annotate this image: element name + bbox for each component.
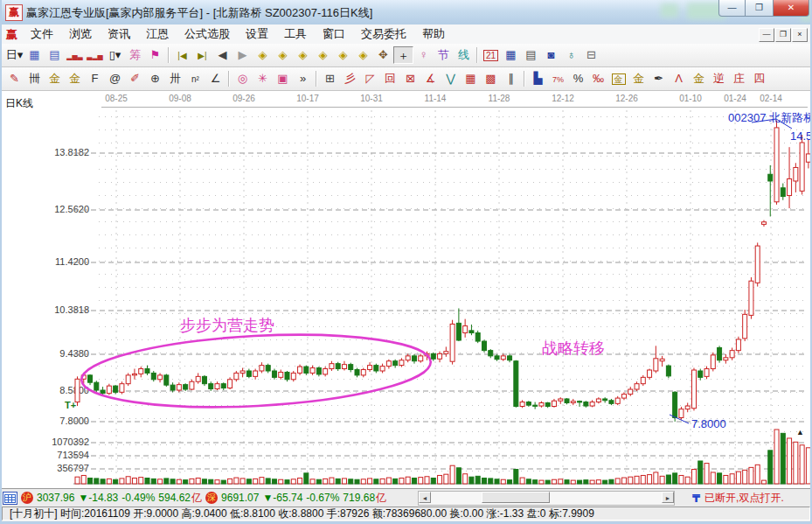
circle-cycle-icon[interactable]: ⊕ <box>145 70 165 87</box>
red-grid2-icon[interactable]: ▩ <box>481 70 501 87</box>
menu-item-7[interactable]: 窗口 <box>315 24 353 44</box>
crosshair-tool-icon[interactable]: ＋ <box>393 46 413 64</box>
horizontal-scrollbar[interactable]: ◄ ► <box>418 491 675 506</box>
angle-ruler-icon[interactable]: ∠ <box>205 70 226 87</box>
jump-last-icon[interactable]: ▶| <box>192 46 212 64</box>
step-back-icon[interactable]: ◀ <box>212 46 232 64</box>
gold-angle-icon[interactable]: 金 <box>689 70 709 87</box>
menu-item-4[interactable]: 公式选股 <box>177 24 238 44</box>
node-tool-icon[interactable]: 节 <box>434 46 454 64</box>
v-lines-icon[interactable]: ⋁ <box>441 70 461 87</box>
pin-tool-icon[interactable]: ♀ <box>413 46 434 64</box>
compress-all-diamond-icon[interactable]: ◈ <box>333 46 353 64</box>
wave-spiral-icon[interactable]: @ <box>105 70 125 87</box>
gold-ratio-v-icon: 金 <box>69 72 80 85</box>
zoom-left-diamond-icon[interactable]: ◈ <box>253 46 273 64</box>
brush-candle-icon[interactable]: ✒ <box>649 70 669 87</box>
date-tick-label: 01-24 <box>724 94 746 103</box>
color-flag-icon[interactable]: ⚑ <box>145 46 165 64</box>
menu-item-0[interactable]: 文件 <box>23 24 61 44</box>
target-star-icon[interactable]: ✳ <box>253 70 273 87</box>
calendar-21-icon[interactable]: 21 <box>481 46 501 64</box>
mdi-restore-button[interactable]: ❐ <box>775 28 791 42</box>
save-icon[interactable]: ◙ <box>541 46 561 64</box>
gold-underline-icon[interactable]: 金 <box>628 70 649 87</box>
percent-icon[interactable]: % <box>568 70 588 87</box>
step-forward-icon: ▶ <box>239 48 247 61</box>
time-grid-icon[interactable]: 卅 <box>165 70 185 87</box>
title-bar[interactable]: 赢 赢家江恩专业版[赢家内部服务平台] - [北新路桥 SZ002307-116… <box>0 0 812 25</box>
quote-table-icon[interactable] <box>3 492 17 505</box>
line-tool-icon[interactable]: 线 <box>454 46 474 64</box>
window-line-icon[interactable]: ⊞ <box>320 70 340 87</box>
region-zoom-icon[interactable]: ▦ <box>24 46 45 64</box>
stat-bars-icon[interactable]: ▙ <box>528 70 548 87</box>
minute-chart-3-icon[interactable]: ▂▅▃ <box>65 46 85 64</box>
window-minimize-button[interactable]: — <box>718 0 746 17</box>
connection-status[interactable]: ₸ 已断开,双点打开. <box>692 491 784 506</box>
scrollbar-thumb[interactable] <box>482 492 550 503</box>
zoom-right-diamond-icon[interactable]: ◈ <box>273 46 293 64</box>
candle-style-dropdown-icon[interactable]: ▯▾ <box>105 46 125 64</box>
draw-pencil-icon[interactable]: ✐ <box>125 70 145 87</box>
percent-7-icon[interactable]: 7% <box>548 70 568 87</box>
jump-first-icon[interactable]: |◀ <box>172 46 192 64</box>
menu-item-6[interactable]: 工具 <box>276 24 315 44</box>
mdi-close-button[interactable]: × <box>792 28 808 42</box>
target-circle-icon[interactable]: ◎ <box>232 70 253 87</box>
gold-circle-icon: 金 <box>612 73 626 85</box>
info-report-icon[interactable]: ▤ <box>45 46 65 64</box>
toolbar-separator <box>524 71 525 87</box>
time-grid-icon: 卅 <box>170 72 181 85</box>
drawing-toolbar: ✎卌金金F@✐⊕卅n²∠◎✳▣»⊞彡◸回⊠∡⋁▦▩∥▙7%%‰金金✒Λ金逆庄四 <box>0 67 812 91</box>
hand-tool-icon[interactable]: ✥ <box>373 46 393 64</box>
angle-fan-icon[interactable]: ∡ <box>420 70 441 87</box>
gann-fan-icon[interactable]: 彡 <box>340 70 360 87</box>
fibonacci-f-icon[interactable]: F <box>85 70 105 87</box>
draw-brush-icon: ✎ <box>10 72 19 85</box>
ni-angle-icon[interactable]: 逆 <box>709 70 729 87</box>
web-data-icon[interactable]: ♁ <box>561 46 581 64</box>
period-day-dropdown-icon[interactable]: 日▾ <box>4 46 24 64</box>
price-grid-icon[interactable]: 卌 <box>24 70 45 87</box>
menu-item-9[interactable]: 帮助 <box>414 24 453 44</box>
minute-chart-9-icon[interactable]: ▃▂▅ <box>85 46 105 64</box>
menu-item-8[interactable]: 交易委托 <box>353 24 414 44</box>
toolbar-separator <box>228 71 230 87</box>
window-maximize-button[interactable]: ❐ <box>746 0 773 17</box>
step-forward-icon[interactable]: ▶ <box>232 46 253 64</box>
red-grid-icon[interactable]: ▦ <box>461 70 481 87</box>
mdi-minimize-button[interactable]: — <box>759 28 774 42</box>
n-square-icon[interactable]: n² <box>185 70 205 87</box>
expand-all-diamond-icon[interactable]: ◈ <box>353 46 373 64</box>
trade-transfer-icon[interactable]: ⊟ <box>581 46 601 64</box>
menu-item-3[interactable]: 江恩 <box>138 24 177 44</box>
window-close-button[interactable]: ✕ <box>773 0 809 17</box>
gold-ratio-v-icon[interactable]: 金 <box>65 70 85 87</box>
gold-ratio-h-icon[interactable]: 金 <box>45 70 65 87</box>
si-angle-icon[interactable]: 四 <box>749 70 769 87</box>
percent-rate-icon[interactable]: ‰ <box>588 70 608 87</box>
draw-brush-icon[interactable]: ✎ <box>4 70 24 87</box>
gann-box-fan-icon[interactable]: ◸ <box>360 70 380 87</box>
menu-item-1[interactable]: 浏览 <box>61 24 100 44</box>
parallel-lines-icon[interactable]: ∥ <box>501 70 521 87</box>
zhuang-angle-icon: 庄 <box>733 72 745 85</box>
menu-item-5[interactable]: 设置 <box>238 24 276 44</box>
gold-circle-icon[interactable]: 金 <box>608 70 628 87</box>
memo-icon[interactable]: ▤ <box>521 46 541 64</box>
zoom-h-diamond-icon[interactable]: ◈ <box>293 46 313 64</box>
more-tools-chevron-icon[interactable]: » <box>293 70 313 87</box>
zhuang-angle-icon[interactable]: 庄 <box>729 70 749 87</box>
target-square-icon[interactable]: ▣ <box>273 70 293 87</box>
x-box-icon[interactable]: ⊠ <box>400 70 420 87</box>
compress-h-diamond-icon[interactable]: ◈ <box>313 46 333 64</box>
scroll-left-arrow[interactable]: ◄ <box>419 492 431 503</box>
calculator-icon[interactable]: ▦ <box>501 46 521 64</box>
scroll-right-arrow[interactable]: ► <box>662 492 674 503</box>
square-spiral-icon[interactable]: 回 <box>380 70 400 87</box>
wave-a-icon[interactable]: Λ <box>669 70 689 87</box>
sh-index-value: 3037.96 <box>37 492 74 504</box>
menu-item-2[interactable]: 资讯 <box>100 24 138 44</box>
chip-distribution-icon[interactable]: 筹 <box>125 46 145 64</box>
